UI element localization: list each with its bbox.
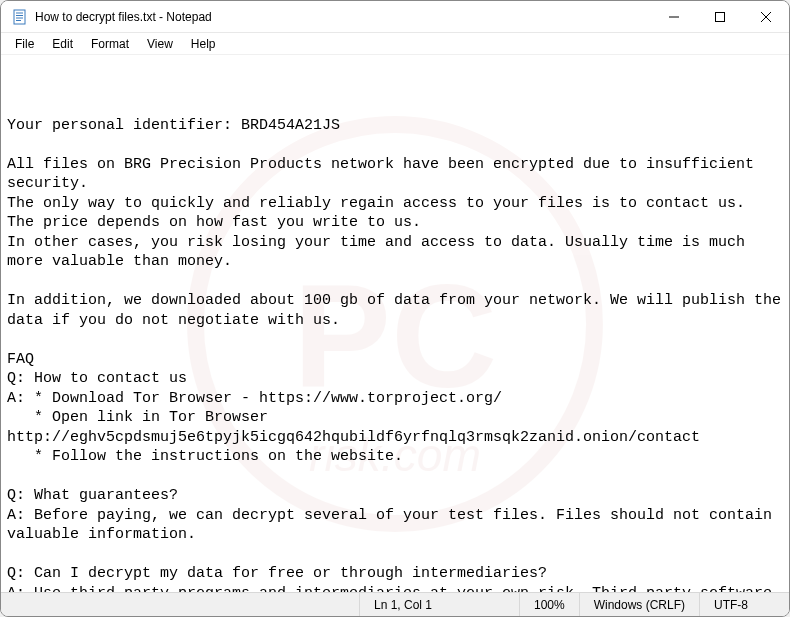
menu-view[interactable]: View	[139, 35, 181, 53]
text-editor[interactable]: PC risk.com Your personal identifier: BR…	[1, 55, 789, 592]
notepad-window: How to decrypt files.txt - Notepad File …	[0, 0, 790, 617]
notepad-icon	[11, 8, 29, 26]
svg-rect-0	[14, 10, 25, 24]
menu-help[interactable]: Help	[183, 35, 224, 53]
status-encoding: UTF-8	[699, 593, 789, 616]
svg-rect-6	[716, 12, 725, 21]
document-text: Your personal identifier: BRD454A21JS Al…	[7, 116, 783, 593]
window-controls	[651, 1, 789, 32]
menu-file[interactable]: File	[7, 35, 42, 53]
minimize-button[interactable]	[651, 1, 697, 32]
status-lineending: Windows (CRLF)	[579, 593, 699, 616]
titlebar[interactable]: How to decrypt files.txt - Notepad	[1, 1, 789, 33]
statusbar: Ln 1, Col 1 100% Windows (CRLF) UTF-8	[1, 592, 789, 616]
maximize-button[interactable]	[697, 1, 743, 32]
menu-edit[interactable]: Edit	[44, 35, 81, 53]
close-button[interactable]	[743, 1, 789, 32]
status-cursor: Ln 1, Col 1	[359, 593, 519, 616]
menubar: File Edit Format View Help	[1, 33, 789, 55]
status-zoom[interactable]: 100%	[519, 593, 579, 616]
window-title: How to decrypt files.txt - Notepad	[35, 10, 212, 24]
menu-format[interactable]: Format	[83, 35, 137, 53]
